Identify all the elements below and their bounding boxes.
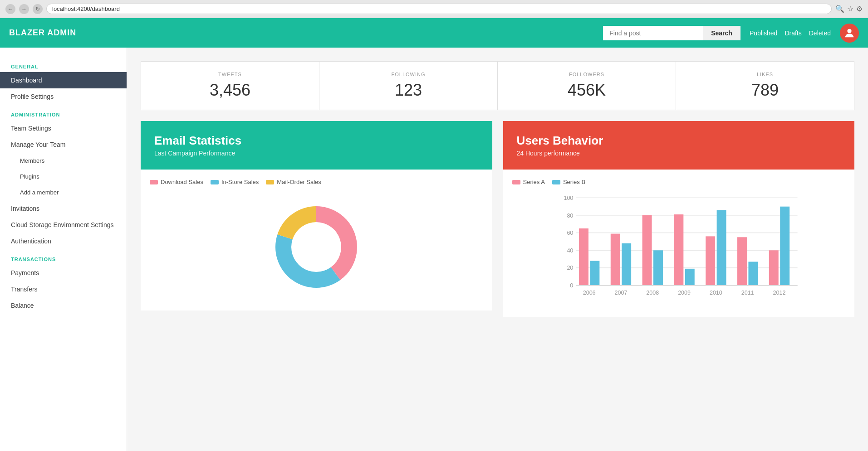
sidebar-item-members[interactable]: Members [0,153,127,169]
legend-color-swatch [150,180,158,184]
bar-legend: Series ASeries B [512,179,846,185]
cards-row: Email Statistics Last Campaign Performan… [141,121,854,317]
legend-item-download-sales: Download Sales [150,179,203,185]
sidebar-section-transactions: TRANSACTIONS [0,249,127,265]
bar-seriesA-2010 [706,236,715,285]
x-axis-label-2006: 2006 [583,290,595,296]
published-link[interactable]: Published [750,29,778,37]
bar-legend-item-series-a: Series A [512,179,545,185]
donut-segment-in-store-sales [275,234,340,288]
y-axis-label: 20 [567,265,573,271]
bar-legend-item-series-b: Series B [552,179,585,185]
bar-seriesA-2006 [579,228,588,286]
stat-value-following: 123 [330,81,486,100]
legend-item-mail-order-sales: Mail-Order Sales [266,179,321,185]
svg-point-0 [847,29,851,33]
sidebar-item-profile-settings[interactable]: Profile Settings [0,88,127,105]
stat-tweets: TWEETS3,456 [141,62,319,110]
donut-segment-download-sales [316,206,357,280]
bar-seriesB-2011 [748,262,758,285]
bar-chart-container: Series ASeries B 02040608010020062007200… [503,170,855,317]
sidebar-section-general: GENERAL [0,57,127,72]
users-card-header: Users Behavior 24 Hours performance [503,121,855,170]
bar-seriesB-2009 [685,269,694,286]
donut-chart-wrapper [150,193,483,301]
sidebar-item-authentication[interactable]: Authentication [0,233,127,249]
legend-label: Mail-Order Sales [277,179,321,185]
zoom-icon: 🔍 [835,5,844,13]
sidebar: GENERALDashboardProfile SettingsADMINIST… [0,48,127,451]
sidebar-item-plugins[interactable]: Plugins [0,169,127,184]
sidebar-item-manage-your-team[interactable]: Manage Your Team [0,136,127,153]
bar-seriesB-2008 [653,250,663,285]
stat-likes: LIKES789 [676,62,854,110]
search-form: Search [603,26,740,40]
donut-chart [266,197,366,297]
legend-color-swatch [211,180,219,184]
x-axis-label-2011: 2011 [741,290,754,296]
sidebar-section-administration: ADMINISTRATION [0,105,127,120]
legend-label: Series B [563,179,585,185]
x-axis-label-2007: 2007 [614,290,627,296]
email-card-header: Email Statistics Last Campaign Performan… [141,121,492,170]
sidebar-item-payments[interactable]: Payments [0,265,127,281]
refresh-button[interactable]: ↻ [33,4,43,14]
stat-label-tweets: TWEETS [152,72,308,77]
bar-seriesB-2010 [716,210,726,285]
email-card: Email Statistics Last Campaign Performan… [141,121,492,317]
star-icon: ☆ [847,5,853,13]
x-axis-label-2012: 2012 [773,290,785,296]
search-button[interactable]: Search [703,26,740,40]
bar-seriesA-2012 [769,250,778,285]
y-axis-label: 100 [564,195,573,201]
users-card-subtitle: 24 Hours performance [517,150,841,157]
search-input[interactable] [603,26,703,40]
bar-seriesA-2007 [610,234,620,286]
users-card: Users Behavior 24 Hours performance Seri… [503,121,855,317]
donut-legend: Download SalesIn-Store SalesMail-Order S… [150,179,483,185]
legend-label: Series A [523,179,545,185]
sidebar-item-add-member[interactable]: Add a member [0,184,127,200]
sidebar-item-dashboard[interactable]: Dashboard [0,72,127,88]
settings-icon: ⚙ [856,5,863,13]
drafts-link[interactable]: Drafts [785,29,801,37]
bar-seriesB-2012 [780,207,790,286]
sidebar-item-transfers[interactable]: Transfers [0,281,127,297]
back-button[interactable]: ← [5,4,15,14]
x-axis-label-2008: 2008 [646,290,659,296]
y-axis-label: 60 [567,230,573,236]
sidebar-item-team-settings[interactable]: Team Settings [0,120,127,136]
main-layout: GENERALDashboardProfile SettingsADMINIST… [0,48,868,451]
sidebar-item-balance[interactable]: Balance [0,297,127,314]
y-axis-label: 40 [567,247,573,254]
legend-label: Download Sales [161,179,203,185]
topnav-links: Published Drafts Deleted [750,29,831,37]
bar-chart-wrapper: 0204060801002006200720082009201020112012 [512,193,846,308]
bar-chart: 0204060801002006200720082009201020112012 [512,193,846,306]
bar-seriesA-2008 [642,215,652,286]
email-card-title: Email Statistics [154,134,479,148]
legend-item-in-store-sales: In-Store Sales [211,179,259,185]
y-axis-label: 0 [570,282,573,289]
top-navigation: BLAZER ADMIN Search Published Drafts Del… [0,18,868,48]
email-card-subtitle: Last Campaign Performance [154,150,479,157]
bar-seriesA-2009 [674,214,683,285]
users-card-title: Users Behavior [517,134,841,148]
main-content: TWEETS3,456FOLLOWING123FOLLOWERS456KLIKE… [127,48,868,451]
avatar[interactable] [840,24,859,43]
browser-chrome: ← → ↻ localhost:4200/dashboard 🔍 ☆ ⚙ [0,0,868,18]
brand-logo: BLAZER ADMIN [9,28,603,38]
stat-value-tweets: 3,456 [152,81,308,100]
x-axis-label-2009: 2009 [678,290,691,296]
y-axis-label: 80 [567,213,573,219]
forward-button[interactable]: → [19,4,29,14]
sidebar-item-invitations[interactable]: Invitations [0,200,127,217]
donut-segment-mail-order-sales [278,206,317,239]
sidebar-item-cloud-storage[interactable]: Cloud Storage Environment Settings [0,217,127,233]
legend-color-swatch [552,180,560,184]
legend-label: In-Store Sales [221,179,259,185]
stat-value-likes: 789 [687,81,843,100]
deleted-link[interactable]: Deleted [809,29,831,37]
url-bar[interactable]: localhost:4200/dashboard [46,4,832,14]
stat-value-followers: 456K [509,81,665,100]
